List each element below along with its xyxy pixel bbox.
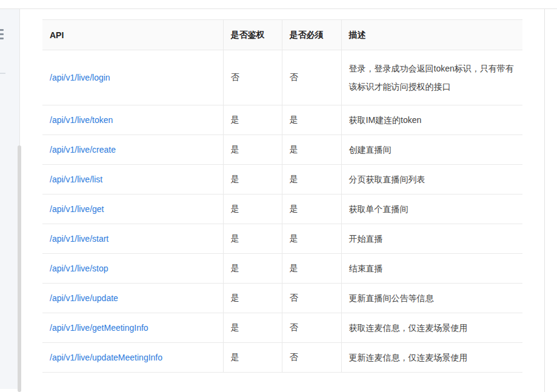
api-link[interactable]: /api/v1/live/token — [50, 115, 113, 125]
required-cell: 否 — [282, 343, 341, 373]
auth-cell: 是 — [223, 165, 282, 194]
auth-cell: 是 — [223, 135, 282, 165]
api-link[interactable]: /api/v1/live/login — [50, 73, 110, 82]
api-link[interactable]: /api/v1/live/get — [50, 204, 104, 214]
table-row: /api/v1/live/update 是 否 更新直播间公告等信息 — [42, 284, 522, 313]
required-cell: 是 — [282, 254, 341, 284]
table-row: /api/v1/live/list 是 是 分页获取直播间列表 — [42, 165, 522, 194]
header-required: 是否必须 — [282, 20, 341, 50]
api-cell: /api/v1/live/updateMeetingInfo — [42, 343, 223, 373]
required-cell: 是 — [282, 165, 341, 194]
required-cell: 是 — [282, 224, 341, 254]
api-link[interactable]: /api/v1/live/stop — [50, 264, 108, 273]
hamburger-menu-icon[interactable] — [0, 29, 4, 41]
table-row: /api/v1/live/start 是 是 开始直播 — [42, 224, 522, 254]
description-cell: 更新连麦信息，仅连麦场景使用 — [341, 343, 522, 373]
required-cell: 否 — [282, 50, 341, 105]
table-row: /api/v1/live/stop 是 是 结束直播 — [42, 254, 522, 284]
api-link[interactable]: /api/v1/live/list — [50, 174, 102, 184]
header-auth: 是否鉴权 — [223, 20, 282, 50]
api-cell: /api/v1/live/stop — [42, 254, 223, 284]
sidebar-divider — [0, 73, 5, 74]
auth-cell: 否 — [223, 50, 282, 105]
header-desc: 描述 — [341, 20, 522, 50]
api-link[interactable]: /api/v1/live/start — [50, 234, 108, 244]
auth-cell: 是 — [223, 313, 282, 343]
header-api: API — [42, 20, 223, 50]
table-row: /api/v1/live/updateMeetingInfo 是 否 更新连麦信… — [42, 343, 522, 373]
api-cell: /api/v1/live/getMeetingInfo — [42, 313, 223, 343]
required-cell: 否 — [282, 313, 341, 343]
table-row: /api/v1/live/get 是 是 获取单个直播间 — [42, 194, 522, 224]
description-cell: 获取连麦信息，仅连麦场景使用 — [341, 313, 522, 343]
api-link[interactable]: /api/v1/live/create — [50, 145, 116, 154]
content-right-divider — [544, 9, 545, 392]
required-cell: 是 — [282, 194, 341, 224]
description-cell: 获取IM建连的token — [341, 105, 522, 135]
description-cell: 登录，登录成功会返回token标识，只有带有该标识才能访问授权的接口 — [341, 50, 522, 105]
auth-cell: 是 — [223, 254, 282, 284]
api-cell: /api/v1/live/update — [42, 284, 223, 313]
api-cell: /api/v1/live/list — [42, 165, 223, 194]
auth-cell: 是 — [223, 284, 282, 313]
table-row: /api/v1/live/token 是 是 获取IM建连的token — [42, 105, 522, 135]
api-link[interactable]: /api/v1/live/getMeetingInfo — [50, 323, 148, 333]
description-cell: 更新直播间公告等信息 — [341, 284, 522, 313]
api-link[interactable]: /api/v1/live/updateMeetingInfo — [50, 353, 162, 362]
auth-cell: 是 — [223, 224, 282, 254]
description-cell: 结束直播 — [341, 254, 522, 284]
top-divider — [0, 8, 557, 9]
required-cell: 是 — [282, 135, 341, 165]
required-cell: 否 — [282, 284, 341, 313]
auth-cell: 是 — [223, 343, 282, 373]
api-cell: /api/v1/live/create — [42, 135, 223, 165]
description-cell: 开始直播 — [341, 224, 522, 254]
api-cell: /api/v1/live/token — [42, 105, 223, 135]
table-header-row: API 是否鉴权 是否必须 描述 — [42, 20, 522, 50]
sidebar-scrollbar-thumb[interactable] — [18, 145, 21, 392]
auth-cell: 是 — [223, 105, 282, 135]
page: API 是否鉴权 是否必须 描述 /api/v1/live/login 否 否 … — [0, 0, 557, 392]
table-row: /api/v1/live/login 否 否 登录，登录成功会返回token标识… — [42, 50, 522, 105]
required-cell: 是 — [282, 105, 341, 135]
description-cell: 创建直播间 — [341, 135, 522, 165]
description-cell: 分页获取直播间列表 — [341, 165, 522, 194]
api-cell: /api/v1/live/get — [42, 194, 223, 224]
table-row: /api/v1/live/create 是 是 创建直播间 — [42, 135, 522, 165]
api-cell: /api/v1/live/start — [42, 224, 223, 254]
table-row: /api/v1/live/getMeetingInfo 是 否 获取连麦信息，仅… — [42, 313, 522, 343]
api-doc-table-container: API 是否鉴权 是否必须 描述 /api/v1/live/login 否 否 … — [42, 19, 522, 373]
description-cell: 获取单个直播间 — [341, 194, 522, 224]
auth-cell: 是 — [223, 194, 282, 224]
api-link[interactable]: /api/v1/live/update — [50, 293, 118, 303]
api-cell: /api/v1/live/login — [42, 50, 223, 105]
api-doc-table: API 是否鉴权 是否必须 描述 /api/v1/live/login 否 否 … — [42, 19, 522, 373]
